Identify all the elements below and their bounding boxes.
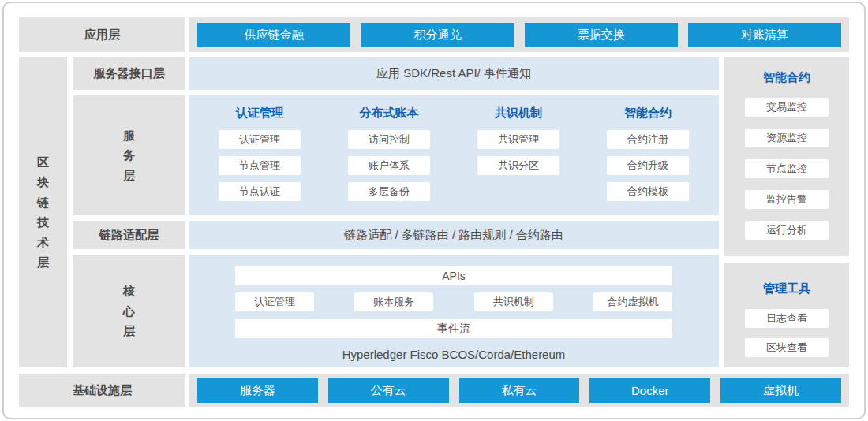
infrastructure-layer-label: 基础设施层	[19, 374, 185, 407]
infra-button-docker: Docker	[589, 378, 710, 403]
blockchain-tech-layer-row: 区块链技术层 服务器接口层 服务层 链路适配层 核心层 应用 SDK/Rest …	[19, 57, 849, 367]
application-layer-label: 应用层	[19, 17, 185, 52]
monitor-item: 节点监控	[745, 159, 829, 178]
monitor-item: 资源监控	[745, 129, 829, 147]
service-item: 节点认证	[219, 182, 301, 201]
smart-contract-monitor-panel: 智能合约 交易监控 资源监控 节点监控 监控告警 运行分析	[724, 57, 849, 256]
service-column-header: 认证管理	[236, 106, 283, 121]
service-layer-panel: 认证管理 认证管理 节点管理 节点认证 分布式账本 访问控制 账户体系 多层备份…	[189, 95, 719, 215]
infra-button-public-cloud: 公有云	[328, 378, 449, 403]
app-button-supply-chain-finance: 供应链金融	[197, 23, 350, 47]
app-button-points-exchange: 积分通兑	[361, 23, 514, 47]
layer-label-column: 服务器接口层 服务层 链路适配层 核心层	[73, 57, 185, 367]
core-layer-panel: APIs 认证管理 账本服务 共识机制 合约虚拟机 事件流 Hyperledge…	[189, 255, 719, 367]
core-module: 合约虚拟机	[593, 292, 672, 311]
service-column-header: 共识机制	[495, 106, 542, 121]
blockchain-tech-layer-label: 区块链技术层	[36, 152, 50, 273]
tools-item: 区块查看	[745, 338, 829, 357]
service-column-auth: 认证管理 认证管理 节点管理 节点认证	[195, 106, 324, 215]
platforms-text: Hyperledger Fisco BCOS/Corda/Ethereum	[235, 348, 672, 361]
service-layer-label-box: 服务层	[73, 95, 185, 215]
core-module: 共识机制	[474, 292, 553, 311]
infrastructure-layer-strip: 服务器 公有云 私有云 Docker 虚拟机	[189, 374, 849, 407]
infra-button-private-cloud: 私有云	[459, 378, 580, 403]
monitor-item: 监控告警	[745, 190, 829, 209]
infra-button-server: 服务器	[197, 378, 318, 403]
service-layer-label: 服务层	[122, 125, 136, 186]
core-module: 认证管理	[235, 292, 314, 311]
app-button-reconciliation-clearing: 对账清算	[688, 23, 841, 47]
service-item: 多层备份	[348, 182, 430, 201]
link-layer-content: 链路适配 / 多链路由 / 路由规则 / 合约路由	[189, 221, 719, 249]
application-layer-row: 应用层 供应链金融 积分通兑 票据交换 对账清算	[19, 17, 849, 52]
interface-layer-label: 服务器接口层	[73, 57, 185, 90]
service-item: 共识管理	[477, 130, 559, 149]
tools-item: 日志查看	[745, 309, 829, 328]
service-column-ledger: 分布式账本 访问控制 账户体系 多层备份	[324, 106, 454, 215]
apis-bar: APIs	[235, 266, 672, 285]
infra-button-vm: 虚拟机	[720, 378, 841, 403]
service-item: 合约模板	[607, 182, 689, 201]
service-item: 共识分区	[477, 156, 559, 175]
blockchain-tech-layer-label-box: 区块链技术层	[19, 57, 67, 367]
service-column-header: 智能合约	[624, 106, 672, 121]
core-module: 账本服务	[354, 292, 433, 311]
core-layer-label: 核心层	[122, 281, 136, 341]
link-layer-label: 链路适配层	[73, 221, 185, 249]
service-item: 认证管理	[219, 130, 301, 149]
service-item: 合约注册	[607, 130, 689, 149]
management-tools-panel: 管理工具 日志查看 区块查看	[724, 263, 849, 367]
right-panel-column: 智能合约 交易监控 资源监控 节点监控 监控告警 运行分析 管理工具 日志查看 …	[724, 57, 849, 367]
monitor-item: 交易监控	[745, 98, 829, 117]
service-column-consensus: 共识机制 共识管理 共识分区	[454, 106, 583, 215]
application-layer-strip: 供应链金融 积分通兑 票据交换 对账清算	[189, 17, 849, 52]
service-item: 访问控制	[348, 130, 430, 149]
layer-content-column: 应用 SDK/Rest API/ 事件通知 认证管理 认证管理 节点管理 节点认…	[189, 57, 719, 367]
tools-panel-header: 管理工具	[763, 281, 810, 296]
interface-layer-content: 应用 SDK/Rest API/ 事件通知	[189, 57, 719, 90]
diagram-frame: 应用层 供应链金融 积分通兑 票据交换 对账清算 区块链技术层 服务器接口层 服…	[2, 2, 866, 419]
service-column-contract: 智能合约 合约注册 合约升级 合约模板	[583, 106, 713, 215]
app-button-bill-exchange: 票据交换	[525, 23, 678, 47]
service-item: 节点管理	[219, 156, 301, 175]
service-item: 合约升级	[607, 156, 689, 175]
monitor-panel-header: 智能合约	[763, 70, 810, 85]
monitor-item: 运行分析	[745, 221, 829, 240]
infrastructure-layer-row: 基础设施层 服务器 公有云 私有云 Docker 虚拟机	[19, 374, 849, 407]
service-item: 账户体系	[348, 156, 430, 175]
event-stream-bar: 事件流	[235, 319, 672, 338]
service-column-header: 分布式账本	[360, 106, 419, 121]
core-layer-label-box: 核心层	[73, 255, 185, 367]
core-modules-row: 认证管理 账本服务 共识机制 合约虚拟机	[235, 292, 672, 311]
